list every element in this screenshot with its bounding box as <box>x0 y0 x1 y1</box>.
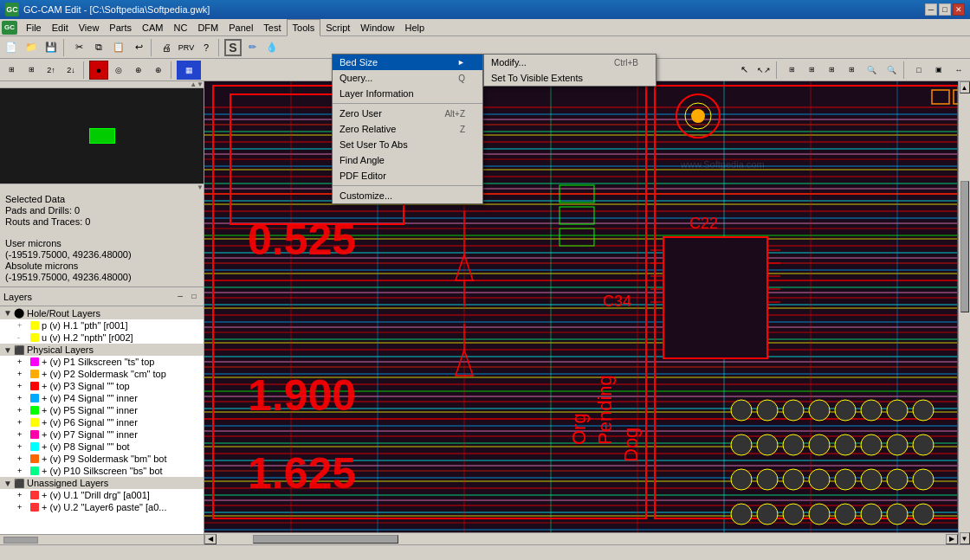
tb-c1[interactable]: ● <box>89 61 108 80</box>
layer-tree[interactable]: ▼ ⬤ Hole/Rout Layers + p (v) H.1 "pth" [… <box>0 306 204 534</box>
tb-sel-rect[interactable]: □ <box>909 61 928 80</box>
menu-file[interactable]: File <box>21 19 47 36</box>
h-scroll-thumb[interactable] <box>253 535 398 544</box>
layer-tree-minimize[interactable]: ─ <box>174 291 186 303</box>
menu-item-find-angle[interactable]: Find Angle <box>333 152 482 168</box>
scroll-down-btn[interactable]: ▼ <box>960 532 970 544</box>
menu-help[interactable]: Help <box>399 19 430 36</box>
maximize-button[interactable]: □ <box>939 3 951 16</box>
v-scrollbar[interactable]: ▲ ▼ <box>958 81 970 544</box>
layer-p8[interactable]: + + (v) P8 Signal "" bot <box>0 441 204 453</box>
menu-item-zero-relative[interactable]: Zero Relative Z <box>333 121 482 137</box>
layer-tree-maximize[interactable]: □ <box>188 291 200 303</box>
h-scroll-thumb[interactable] <box>3 537 38 544</box>
tb-undo[interactable]: ↩ <box>129 38 148 57</box>
scroll-up-btn[interactable]: ▲ <box>960 81 970 93</box>
menu-item-zero-user[interactable]: Zero User Alt+Z <box>333 106 482 121</box>
menu-item-pdf-editor[interactable]: PDF Editor <box>333 168 482 183</box>
zero-user-label: Zero User <box>340 108 382 119</box>
tb-view2[interactable]: ⊞ <box>802 61 821 80</box>
cad-canvas[interactable]: 0.525 1.900 1.625 C22 C34 Pending Dog Or… <box>204 81 970 544</box>
scroll-thumb[interactable] <box>960 181 969 312</box>
physical-icon: ⬛ <box>14 345 24 355</box>
tb-grid2[interactable]: ⊞ <box>22 61 41 80</box>
layer-p10[interactable]: + + (v) P10 Silkscreen "bs" bot <box>0 465 204 477</box>
expand-u2: + <box>17 503 28 512</box>
tb-s-button[interactable]: S <box>224 39 242 56</box>
tb-new[interactable]: 📄 <box>2 38 21 57</box>
menu-parts[interactable]: Parts <box>104 19 137 36</box>
svg-point-96 <box>835 400 856 421</box>
tb-select[interactable]: ↖ <box>734 61 753 80</box>
menu-test[interactable]: Test <box>258 19 286 36</box>
layer-p7[interactable]: + + (v) P7 Signal "" inner <box>0 428 204 441</box>
tb-copy[interactable]: ⧉ <box>89 38 108 57</box>
preview-resize-bottom[interactable]: ▼ <box>0 183 204 190</box>
tb-open[interactable]: 📁 <box>22 38 41 57</box>
menu-item-layer-info[interactable]: Layer Information <box>333 86 482 101</box>
layer-p1[interactable]: + + (v) P1 Silkscreen "ts" top <box>0 356 204 368</box>
layer-p3[interactable]: + + (v) P3 Signal "" top <box>0 380 204 392</box>
submenu-modify[interactable]: Modify... Ctrl+B <box>484 55 656 70</box>
tb-c3[interactable]: ⊕ <box>129 61 148 80</box>
submenu-set-visible[interactable]: Set To Visible Extents <box>484 70 656 86</box>
tb-save[interactable]: 💾 <box>42 38 61 57</box>
tb-paste[interactable]: 📋 <box>109 38 128 57</box>
scroll-left-btn[interactable]: ◀ <box>204 534 217 544</box>
minimize-button[interactable]: ─ <box>925 3 937 16</box>
tb-cut[interactable]: ✂ <box>69 38 88 57</box>
menu-tools[interactable]: Tools <box>287 19 321 36</box>
menu-view[interactable]: View <box>74 19 105 36</box>
tb-sel-2[interactable]: ▣ <box>929 61 948 80</box>
scroll-right-btn[interactable]: ▶ <box>946 534 958 544</box>
layer-item-h1[interactable]: + p (v) H.1 "pth" [r001] <box>0 319 204 331</box>
menu-cam[interactable]: CAM <box>137 19 168 36</box>
window-controls[interactable]: ─ □ ✕ <box>925 3 965 16</box>
tb-grid1[interactable]: ⊞ <box>2 61 21 80</box>
tb-measure[interactable]: ↔ <box>949 61 968 80</box>
tb-pencil[interactable]: ✏ <box>242 38 262 57</box>
menu-item-set-user-abs[interactable]: Set User To Abs <box>333 137 482 152</box>
layer-p4[interactable]: + + (v) P4 Signal "" inner <box>0 392 204 404</box>
tb-preview[interactable]: PRV <box>177 38 196 57</box>
menu-dfm[interactable]: DFM <box>192 19 223 36</box>
layer-p6-label: + (v) P6 Signal "" inner <box>42 417 138 428</box>
tb-print[interactable]: 🖨 <box>157 38 176 57</box>
tb-2up[interactable]: 2↑ <box>42 61 61 80</box>
h-scrollbar[interactable]: ◀ ▶ <box>204 532 958 544</box>
menu-item-query[interactable]: Query... Q <box>333 70 482 86</box>
tb-select2[interactable]: ↖↗ <box>754 61 773 80</box>
layer-item-h2[interactable]: - u (v) H.2 "npth" [r002] <box>0 331 204 344</box>
tb-layer-sel[interactable]: ▦ <box>177 61 201 80</box>
tb-c2[interactable]: ◎ <box>109 61 128 80</box>
menu-window[interactable]: Window <box>355 19 399 36</box>
svg-point-103 <box>809 434 830 455</box>
menu-nc[interactable]: NC <box>169 19 193 36</box>
close-button[interactable]: ✕ <box>953 3 965 16</box>
tb-c4[interactable]: ⊕ <box>149 61 168 80</box>
layer-p9[interactable]: + + (v) P9 Soldermask "bm" bot <box>0 453 204 465</box>
menu-item-customize[interactable]: Customize... <box>333 188 482 203</box>
tree-group-physical-header[interactable]: ▼ ⬛ Physical Layers <box>0 344 204 356</box>
tb-eyedrop[interactable]: 💧 <box>262 38 281 57</box>
layer-u1[interactable]: + + (v) U.1 "Drill drg" [a001] <box>0 489 204 501</box>
preview-resize-top[interactable]: ▲▼ <box>0 81 204 88</box>
tb-2dn[interactable]: 2↓ <box>61 61 81 80</box>
menu-panel[interactable]: Panel <box>223 19 258 36</box>
layer-p5[interactable]: + + (v) P5 Signal "" inner <box>0 404 204 416</box>
menu-script[interactable]: Script <box>320 19 355 36</box>
menu-item-bed-size[interactable]: Bed Size ► <box>333 55 482 70</box>
tb-zoom-in[interactable]: 🔍 <box>862 61 881 80</box>
layer-p6[interactable]: + + (v) P6 Signal "" inner <box>0 416 204 428</box>
tb-view3[interactable]: ⊞ <box>822 61 841 80</box>
tb-view1[interactable]: ⊞ <box>782 61 801 80</box>
layer-p2[interactable]: + + (v) P2 Soldermask "cm" top <box>0 368 204 380</box>
tb-help[interactable]: ? <box>197 38 216 57</box>
tb-view4[interactable]: ⊞ <box>842 61 861 80</box>
layer-h-scrollbar[interactable] <box>0 534 204 544</box>
menu-edit[interactable]: Edit <box>47 19 74 36</box>
tree-group-unassigned-header[interactable]: ▼ ⬛ Unassigned Layers <box>0 477 204 489</box>
tree-group-hole-rout-header[interactable]: ▼ ⬤ Hole/Rout Layers <box>0 306 204 319</box>
tb-zoom-out[interactable]: 🔍 <box>882 61 901 80</box>
layer-u2[interactable]: + + (v) U.2 "Layer6 paste" [a0... <box>0 501 204 513</box>
